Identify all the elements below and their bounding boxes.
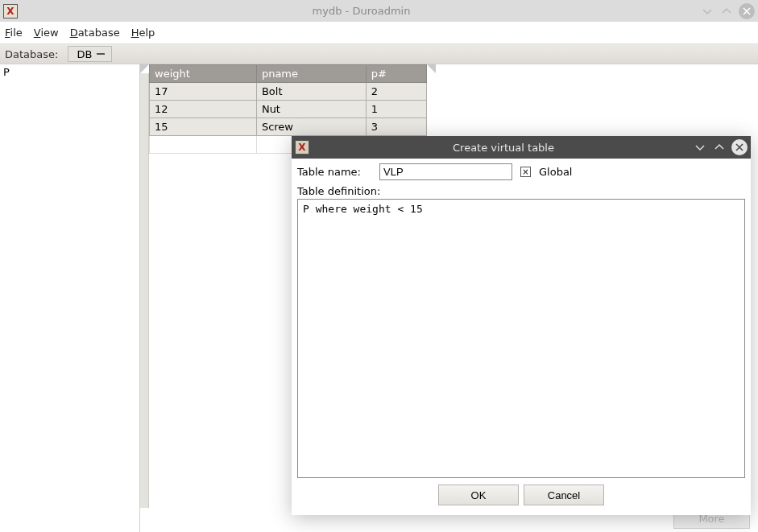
col-pnum[interactable]: p# xyxy=(366,65,426,83)
cell-pname[interactable]: Screw xyxy=(256,118,366,136)
cell-weight[interactable]: 15 xyxy=(150,118,257,136)
table-definition-label: Table definition: xyxy=(297,185,745,197)
cell-pnum[interactable]: 3 xyxy=(366,118,426,136)
menubar: File View Database Help xyxy=(0,22,758,44)
close-icon[interactable] xyxy=(739,3,755,19)
menu-help[interactable]: Help xyxy=(131,27,155,39)
cell-pname[interactable]: Bolt xyxy=(256,83,366,101)
toolbar: Database: DB xyxy=(0,44,758,64)
scroll-corner-right xyxy=(427,64,436,73)
dialog-title: Create virtual table xyxy=(314,142,693,154)
table-row[interactable]: 15 Screw 3 xyxy=(150,118,427,136)
dialog-body: Table name: × Global Table definition: O… xyxy=(292,159,751,515)
global-label: Global xyxy=(539,166,572,178)
col-pname[interactable]: pname xyxy=(256,65,366,83)
window-controls xyxy=(700,3,755,19)
table-row[interactable]: 17 Bolt 2 xyxy=(150,83,427,101)
maximize-icon[interactable] xyxy=(719,4,734,19)
create-virtual-table-dialog: X Create virtual table Table name: × Glo… xyxy=(292,136,751,515)
table-name-row: Table name: × Global xyxy=(297,163,745,180)
table-row[interactable]: 12 Nut 1 xyxy=(150,101,427,118)
cancel-button[interactable]: Cancel xyxy=(524,485,604,505)
dialog-controls xyxy=(693,139,748,155)
dialog-minimize-icon[interactable] xyxy=(693,140,707,155)
menu-view[interactable]: View xyxy=(34,27,59,39)
sidebar: P xyxy=(0,64,140,532)
database-label: Database: xyxy=(5,48,58,60)
app-icon: X xyxy=(3,4,18,19)
minimize-icon[interactable] xyxy=(700,4,715,19)
global-checkbox[interactable]: × xyxy=(520,167,531,177)
menu-database[interactable]: Database xyxy=(70,27,120,39)
cell-pnum[interactable]: 2 xyxy=(366,83,426,101)
menu-file[interactable]: File xyxy=(5,27,23,39)
dialog-titlebar: X Create virtual table xyxy=(292,136,751,159)
scroll-corner-left xyxy=(140,64,149,73)
cell-weight[interactable]: 12 xyxy=(150,101,257,118)
dialog-close-icon[interactable] xyxy=(731,139,748,155)
table-definition-input[interactable] xyxy=(297,199,745,478)
col-weight[interactable]: weight xyxy=(150,65,257,83)
cell-weight[interactable]: 17 xyxy=(150,83,257,101)
dialog-buttons: OK Cancel xyxy=(297,478,745,510)
window-title: mydb - Duroadmin xyxy=(23,5,700,17)
database-select-value: DB xyxy=(77,48,92,60)
database-select[interactable]: DB xyxy=(68,46,112,62)
cell-blank[interactable] xyxy=(150,136,257,154)
cell-pnum[interactable]: 1 xyxy=(366,101,426,118)
main-titlebar: X mydb - Duroadmin xyxy=(0,0,758,22)
ok-button[interactable]: OK xyxy=(438,485,519,505)
dialog-maximize-icon[interactable] xyxy=(712,140,727,155)
table-name-label: Table name: xyxy=(297,166,371,178)
vertical-scrollbar[interactable] xyxy=(140,73,149,508)
cell-pname[interactable]: Nut xyxy=(256,101,366,118)
sidebar-item-p[interactable]: P xyxy=(3,66,136,78)
table-name-input[interactable] xyxy=(379,163,512,180)
table-header-row: weight pname p# xyxy=(150,65,427,83)
dialog-app-icon: X xyxy=(295,140,309,155)
